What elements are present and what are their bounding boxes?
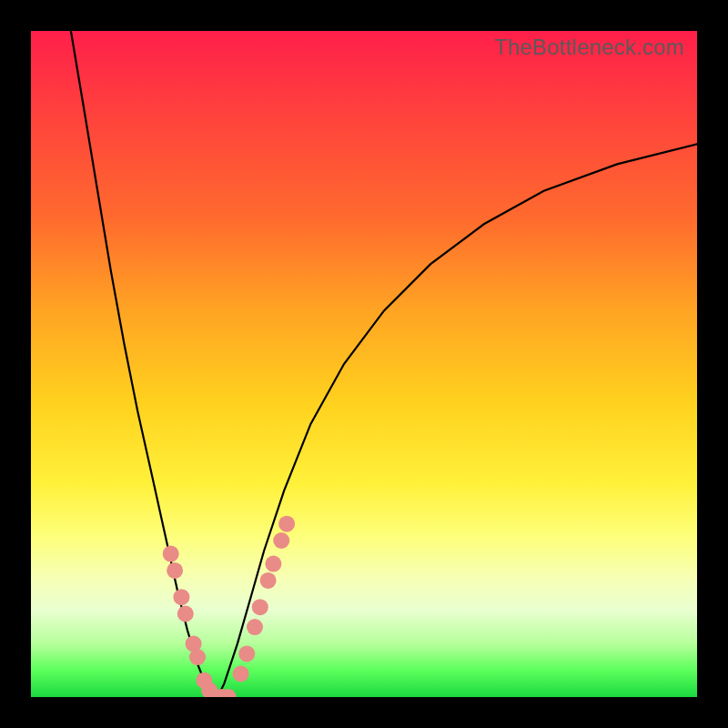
marker-dot [278,516,295,532]
plot-area: TheBottleneck.com [31,31,697,697]
curve-right-branch [217,144,697,697]
markers-left [163,546,237,697]
marker-dot [233,665,249,682]
marker-dot [177,606,194,622]
marker-dot [265,556,281,572]
marker-dot [189,649,206,665]
marker-dot [252,599,268,615]
marker-dot [196,672,212,689]
markers-right [233,516,296,682]
watermark-text: TheBottleneck.com [494,35,684,60]
outer-frame: TheBottleneck.com [0,0,728,728]
marker-dot [207,689,223,697]
marker-dot [167,562,183,579]
marker-dot [186,635,202,652]
marker-dot [173,589,189,605]
marker-dot [163,546,179,562]
marker-dot [213,689,229,697]
marker-dot [247,619,263,635]
curve-left-branch [71,31,217,697]
marker-dot [238,645,255,662]
marker-dot [220,689,237,697]
marker-dot [201,682,217,697]
marker-dot [273,532,289,549]
chart-svg [31,31,697,697]
marker-dot [260,572,277,589]
